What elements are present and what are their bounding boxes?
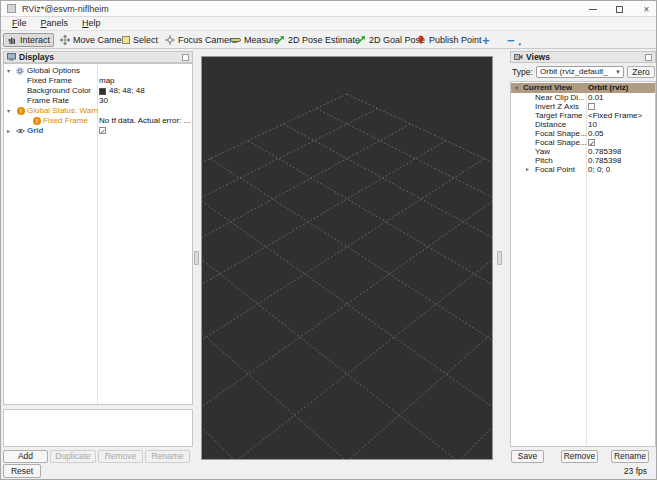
display-description-box [3,409,193,447]
displays-panel-title: Displays [19,52,54,62]
rviz-window: RViz*@esvm-niflheim × File Panels Help I… [0,0,657,480]
tree-row-distance[interactable]: Distance 10 [511,120,655,129]
fixed-frame-value[interactable]: map [99,76,115,86]
toolbar: Interact Move Camera Select Focus Camera… [1,30,656,49]
menu-bar: File Panels Help [1,17,656,30]
tree-row-focal-shape-size[interactable]: Focal Shape... 0.05 [511,129,655,138]
views-rename-button[interactable]: Rename [611,450,649,463]
menu-file[interactable]: File [5,17,34,30]
minus-icon: − [507,33,515,48]
views-tree: ▾ Current View Orbit (rviz) Near Clip Di… [510,81,656,447]
type-label: Type: [512,67,533,77]
tree-row-focal-point[interactable]: ▸ Focal Point 0; 0; 0 [511,165,655,174]
focal-shape-checkbox[interactable]: ✓ [588,139,595,146]
tree-row-frame-rate[interactable]: Frame Rate 30 [4,96,192,106]
tree-row-background-color[interactable]: Background Color 48; 48; 48 [4,86,192,96]
displays-float-button[interactable] [182,54,189,61]
warning-icon: ! [17,107,25,115]
tree-row-fixed-frame[interactable]: Fixed Frame map [4,76,192,86]
duplicate-button: Duplicate [50,450,96,463]
tree-row-status-fixed-frame[interactable]: ! Fixed Frame No tf data. Actual error: … [4,116,192,126]
fps-counter: 23 fps [624,466,647,476]
tree-row-focal-shape-fixed[interactable]: Focal Shape... ✓ [511,138,655,147]
tool-add[interactable]: + [479,33,493,47]
tool-publish-point[interactable]: Publish Point [413,33,485,47]
yellow-box-icon [122,36,130,44]
views-float-button[interactable] [645,54,652,61]
frame-rate-value[interactable]: 30 [99,96,108,106]
tree-row-target-frame[interactable]: Target Frame <Fixed Frame> [511,111,655,120]
crosshair-icon [165,35,175,45]
tool-2d-pose-estimate[interactable]: 2D Pose Estimate [272,33,363,47]
save-button[interactable]: Save [511,450,544,463]
close-icon[interactable]: × [641,4,652,15]
ruler-icon [230,38,241,42]
maximize-icon[interactable] [614,4,625,15]
tree-row-near-clip[interactable]: Near Clip Di... 0.01 [511,93,655,102]
reset-button[interactable]: Reset [3,464,41,478]
status-message: No tf data. Actual error: ... [99,116,191,126]
expander-icon[interactable]: ▸ [7,126,10,136]
tool-remove[interactable]: − ▾ [504,33,524,47]
rename-button: Rename [145,450,190,463]
grid-3d [202,57,492,459]
app-icon [7,4,16,13]
expander-icon[interactable]: ▾ [7,66,10,76]
add-button[interactable]: Add [3,450,48,463]
color-swatch [99,88,106,95]
chevron-down-icon: ▾ [519,41,522,47]
zero-button[interactable]: Zero [627,66,655,78]
plus-icon: + [482,33,490,48]
tree-row-global-status[interactable]: ▾ ! Global Status: Warn [4,106,192,116]
expander-icon[interactable]: ▾ [515,83,518,93]
views-panel-header: Views [510,51,656,63]
remove-button: Remove [98,450,143,463]
tree-row-current-view[interactable]: ▾ Current View Orbit (rviz) [511,83,655,93]
window-title: RViz*@esvm-niflheim [22,4,109,14]
eye-icon [16,127,26,137]
displays-panel-header: Displays [3,51,193,63]
invert-z-checkbox[interactable] [588,103,595,110]
views-panel-icon [513,52,523,62]
grid-enabled-checkbox[interactable]: ✓ [99,127,106,134]
red-pin-icon [416,35,426,45]
tool-select[interactable]: Select [119,33,161,47]
tree-row-invert-z[interactable]: Invert Z Axis [511,102,655,111]
green-arrow-icon [275,35,285,45]
right-splitter-handle[interactable] [497,251,502,265]
minimize-icon[interactable] [587,4,598,15]
displays-tree: ▾ Global Options Fixed Frame map Backgro… [3,63,193,405]
chevron-down-icon: ▼ [615,67,621,77]
tree-row-pitch[interactable]: Pitch 0.785398 [511,156,655,165]
views-type-row: Type: Orbit (rviz_default_ ▼ Zero [510,65,656,80]
green-arrow-icon [356,35,366,45]
menu-help[interactable]: Help [75,17,108,30]
menu-panels[interactable]: Panels [34,17,76,30]
views-remove-button[interactable]: Remove [561,450,598,463]
left-splitter-handle[interactable] [194,251,199,265]
move-arrows-icon [60,35,70,45]
expander-icon[interactable]: ▸ [526,165,529,174]
views-panel-title: Views [526,52,550,62]
hand-icon [7,35,17,45]
tree-row-yaw[interactable]: Yaw 0.785398 [511,147,655,156]
warning-icon: ! [33,117,41,125]
background-color-value[interactable]: 48; 48; 48 [109,86,145,96]
displays-panel-icon [6,52,16,62]
view-type-combobox[interactable]: Orbit (rviz_default_ ▼ [536,66,624,78]
render-viewport[interactable] [201,56,493,460]
tree-row-grid[interactable]: ▸ Grid ✓ [4,126,192,136]
tree-row-global-options[interactable]: ▾ Global Options [4,66,192,76]
expander-icon[interactable]: ▾ [7,106,10,116]
tool-interact[interactable]: Interact [3,33,54,47]
title-bar: RViz*@esvm-niflheim × [1,1,656,17]
